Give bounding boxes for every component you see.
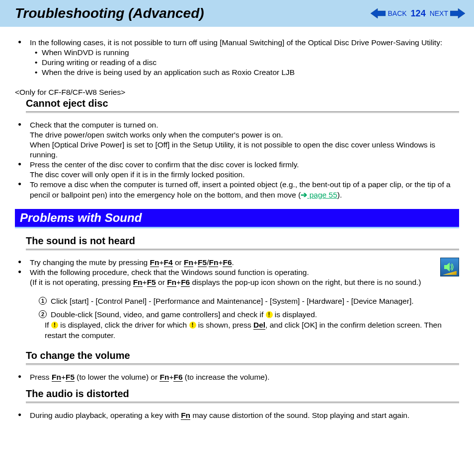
list-item: Press Fn+F5 (to lower the volume) or Fn+…: [24, 372, 459, 382]
section-banner-sound: Problems with Sound: [15, 209, 459, 228]
page-number: 124: [411, 8, 426, 19]
intro-sub: When WinDVD is running: [37, 48, 459, 58]
text: may cause distortion of the sound. Stop …: [190, 411, 409, 419]
distorted-list: During audio playback, operating a key w…: [15, 410, 459, 420]
key-fn: Fn: [184, 259, 193, 268]
nav-controls: BACK 124 NEXT: [371, 8, 465, 19]
intro-sub: When the drive is being used by an appli…: [37, 68, 459, 77]
step-text: Double-click [Sound, video, and game con…: [51, 310, 317, 320]
list-item: With the following procedure, check that…: [24, 268, 459, 287]
text: displays the pop-up icon shown on the ri…: [190, 278, 421, 286]
arrow-icon: ➔: [301, 191, 307, 199]
key-fn: Fn: [209, 259, 218, 268]
key-fn: Fn: [159, 373, 169, 382]
section-heading-not-heard: The sound is not heard: [26, 235, 459, 247]
intro-sub: During writing or reading of a disc: [37, 58, 459, 68]
text: or: [173, 258, 184, 267]
text: Check that the computer is turned on.: [30, 121, 158, 129]
text: (If it is not operating, pressing: [30, 278, 133, 286]
text: If: [45, 321, 51, 329]
text: Try changing the mute by pressing: [30, 258, 150, 267]
key-fn: Fn: [181, 411, 190, 420]
list-item: Try changing the mute by pressing Fn+F4 …: [24, 258, 459, 268]
step-number-1-icon: 1: [39, 297, 47, 305]
text: During audio playback, operating a key w…: [30, 411, 181, 419]
text: or: [156, 278, 167, 286]
text: The drive power/open switch works only w…: [30, 131, 283, 139]
key-fn: Fn: [133, 278, 143, 287]
step-subtext: If ! is displayed, click the driver for …: [45, 320, 459, 341]
list-item: During audio playback, operating a key w…: [24, 410, 459, 420]
warning-icon: !: [266, 311, 273, 318]
step-number-2-icon: 2: [39, 310, 47, 318]
key-f5: F5: [198, 259, 207, 268]
section-rule: [26, 363, 459, 365]
text: The disc cover will only open if it is i…: [30, 170, 244, 179]
text: .: [232, 258, 234, 267]
text: Double-click [Sound, video, and game con…: [51, 310, 266, 319]
text: Press the center of the disc cover to co…: [30, 160, 299, 169]
step-text: Click [start] - [Control Panel] - [Perfo…: [51, 296, 414, 307]
svg-marker-1: [450, 8, 465, 18]
list-item: Check that the computer is turned on. Th…: [24, 120, 459, 160]
not-heard-list: Try changing the mute by pressing Fn+F4 …: [15, 258, 459, 287]
key-f6: F6: [173, 373, 182, 382]
list-item: To remove a disc when the computer is tu…: [24, 180, 459, 200]
text: With the following procedure, check that…: [30, 268, 309, 276]
section-heading-distorted: The audio is distorted: [26, 388, 459, 400]
page-content: In the following cases, it is not possib…: [0, 27, 474, 441]
warning-icon: !: [189, 322, 196, 329]
procedure-step-1: 1 Click [start] - [Control Panel] - [Per…: [39, 296, 459, 307]
text: (to lower the volume) or: [75, 373, 159, 381]
key-f6: F6: [223, 259, 232, 268]
intro-text: In the following cases, it is not possib…: [30, 38, 442, 47]
page-header: Troubleshooting (Advanced) BACK 124 NEXT: [0, 0, 474, 27]
key-fn: Fn: [150, 259, 159, 268]
key-f5: F5: [66, 373, 75, 382]
series-note: <Only for CF-F8/CF-W8 Series>: [15, 88, 459, 97]
section-heading-change-volume: To change the volume: [26, 350, 459, 361]
svg-marker-0: [371, 8, 386, 18]
section-rule: [26, 402, 459, 404]
key-f6: F6: [181, 278, 190, 287]
back-link[interactable]: BACK: [388, 9, 406, 17]
text: is displayed.: [273, 310, 317, 319]
procedure-step-2: 2 Double-click [Sound, video, and game c…: [39, 310, 459, 320]
next-link[interactable]: NEXT: [430, 9, 448, 17]
intro-list: In the following cases, it is not possib…: [15, 38, 459, 78]
key-fn: Fn: [167, 278, 176, 287]
section-rule: [26, 111, 459, 113]
cannot-eject-list: Check that the computer is turned on. Th…: [15, 120, 459, 200]
key-f4: F4: [164, 259, 173, 268]
change-volume-list: Press Fn+F5 (to lower the volume) or Fn+…: [15, 372, 459, 382]
page-link-55[interactable]: page 55: [307, 191, 337, 199]
text: is shown, press: [196, 321, 253, 329]
page-title: Troubleshooting (Advanced): [15, 5, 204, 21]
key-f5: F5: [147, 278, 156, 287]
intro-item: In the following cases, it is not possib…: [24, 38, 459, 78]
list-item: Press the center of the disc cover to co…: [24, 160, 459, 180]
text: (to increase the volume).: [183, 373, 270, 381]
back-arrow-icon[interactable]: [371, 8, 386, 18]
warning-icon: !: [51, 322, 58, 329]
key-fn: Fn: [52, 373, 61, 382]
text: ).: [337, 191, 342, 199]
text: is displayed, click the driver for which: [58, 321, 189, 329]
text: To remove a disc when the computer is tu…: [30, 180, 451, 199]
next-arrow-icon[interactable]: [450, 8, 465, 18]
section-heading-cannot-eject: Cannot eject disc: [26, 98, 459, 109]
text: Press: [30, 373, 52, 381]
section-rule: [26, 249, 459, 251]
key-del: Del: [253, 321, 265, 330]
text: When [Optical Drive Power] is set to [Of…: [30, 140, 435, 159]
